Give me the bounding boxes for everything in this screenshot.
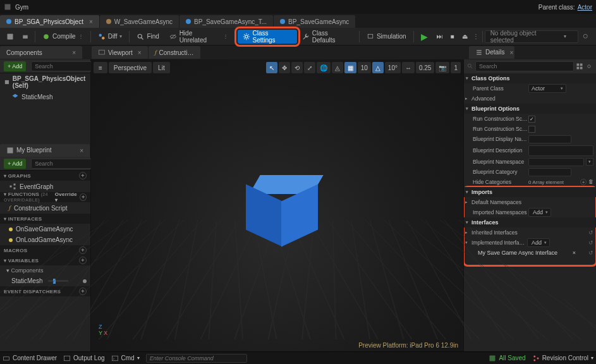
content-drawer-button[interactable]: Content Drawer xyxy=(3,355,57,362)
components-header: +Add xyxy=(0,59,90,73)
revision-control-button[interactable]: Revision Control ▾ xyxy=(532,355,593,362)
add-blueprint-button[interactable]: +Add xyxy=(4,159,26,169)
gear-icon[interactable] xyxy=(585,63,593,70)
override-dropdown[interactable]: Override ▾ xyxy=(55,191,78,203)
viewport[interactable]: ≡ Perspective Lit ↖ ✥ ⟲ ⤢ 🌐 ◬ ▦ 10 △ 10°… xyxy=(91,59,463,351)
component-self[interactable]: BP_SGA_PhysicsObject (Self) xyxy=(0,73,90,91)
description-input[interactable] xyxy=(528,145,593,156)
find-label: Find xyxy=(147,33,159,40)
camera-speed-value[interactable]: 1 xyxy=(451,62,461,73)
run-in-checkbox[interactable] xyxy=(528,126,535,133)
find-button[interactable]: Find xyxy=(131,30,164,44)
trash-icon[interactable]: 🗑 xyxy=(588,179,593,185)
construction-tab[interactable]: 𝑓 Constructi… xyxy=(149,46,200,59)
namespace-input[interactable] xyxy=(528,158,584,166)
surface-snap-toggle[interactable]: ◬ xyxy=(332,62,343,73)
namespace-dropdown[interactable]: ▾ xyxy=(586,158,593,166)
reset-icon[interactable]: ↺ xyxy=(588,240,593,246)
eject-button[interactable]: ⏏ xyxy=(458,30,471,44)
add-interface-button[interactable]: Add▾ xyxy=(527,238,550,247)
section-functions[interactable]: ▾ FUNCTIONS (24 OVERRIDABLE) Override ▾ … xyxy=(0,192,90,202)
category-input[interactable] xyxy=(528,168,571,176)
run-on-checkbox[interactable] xyxy=(528,116,535,123)
cat-interfaces[interactable]: Interfaces xyxy=(464,217,596,228)
prop-default-namespaces[interactable]: ▸ Default Namespaces xyxy=(464,197,596,207)
debug-object-label: No debug object selected xyxy=(490,30,560,44)
section-graphs[interactable]: ▾ GRAPHS + xyxy=(0,171,90,181)
angle-snap-value[interactable]: 10° xyxy=(385,62,401,73)
scale-snap-toggle[interactable]: ↔ xyxy=(402,62,415,73)
add-category-button[interactable]: + xyxy=(580,179,587,185)
tab-physics-object[interactable]: BP_SGA_PhysicsObject × xyxy=(0,15,99,28)
parent-class-link[interactable]: Actor xyxy=(578,4,592,11)
component-staticmesh[interactable]: StaticMesh xyxy=(0,91,90,102)
static-mesh-cube[interactable] xyxy=(246,174,309,237)
select-tool[interactable]: ↖ xyxy=(266,62,277,73)
myblueprint-tab[interactable]: My Blueprint × xyxy=(0,144,90,157)
viewport-viewmode[interactable]: Lit xyxy=(153,62,170,73)
details-tab[interactable]: Details × xyxy=(469,46,514,59)
class-defaults-button[interactable]: Class Defaults xyxy=(297,30,357,44)
parent-class-combo[interactable]: Actor▾ xyxy=(528,84,566,93)
cat-imports[interactable]: Imports xyxy=(464,187,596,197)
angle-snap-toggle[interactable]: △ xyxy=(372,62,384,73)
cmd-type-button[interactable]: Cmd ▾ xyxy=(111,355,140,362)
simulation-button[interactable]: Simulation xyxy=(362,30,411,44)
item-construction-script[interactable]: 𝑓 Construction Script xyxy=(0,202,90,214)
add-function-button[interactable]: + xyxy=(80,193,87,201)
skip-button[interactable]: ⏭ xyxy=(433,30,447,44)
hide-unrelated-button[interactable]: Hide Unrelated ⋮ xyxy=(164,30,233,44)
tab-save-async[interactable]: BP_SaveGameAsync xyxy=(274,15,355,28)
translate-tool[interactable]: ✥ xyxy=(279,62,290,73)
scale-snap-value[interactable]: 0.25 xyxy=(416,62,434,73)
compile-button[interactable]: Compile ⋮ xyxy=(37,30,88,44)
add-component-button[interactable]: +Add xyxy=(4,61,26,71)
diff-button[interactable]: Diff ▾ xyxy=(93,30,128,44)
grid-snap-value[interactable]: 10 xyxy=(358,62,371,73)
svg-marker-19 xyxy=(13,94,18,98)
scale-tool[interactable]: ⤢ xyxy=(304,62,315,73)
viewport-projection[interactable]: Perspective xyxy=(109,62,152,73)
close-icon[interactable]: × xyxy=(138,49,142,56)
hide-unrelated-label: Hide Unrelated xyxy=(179,30,221,44)
camera-speed-toggle[interactable]: 📷 xyxy=(435,62,449,73)
grid-icon[interactable] xyxy=(576,63,583,70)
add-graph-button[interactable]: + xyxy=(79,172,87,179)
close-icon[interactable]: × xyxy=(89,18,93,25)
viewport-tab[interactable]: Viewport × xyxy=(92,46,148,59)
prop-advanced[interactable]: ▸ Advanced xyxy=(464,94,596,104)
browse-button[interactable] xyxy=(18,30,33,44)
display-name-input[interactable] xyxy=(528,135,571,143)
item-eventgraph[interactable]: EventGraph xyxy=(0,181,90,192)
close-icon[interactable]: × xyxy=(72,49,76,56)
close-icon[interactable]: × xyxy=(80,147,83,154)
rotate-tool[interactable]: ⟲ xyxy=(291,62,303,73)
components-tab[interactable]: Components × xyxy=(0,46,82,59)
save-button[interactable] xyxy=(3,30,18,44)
all-saved-status[interactable]: All Saved xyxy=(489,355,525,362)
stop-button[interactable]: ■ xyxy=(447,30,458,44)
diff-label: Diff xyxy=(108,33,118,40)
tab-save-async-t[interactable]: BP_SaveGameAsync_T... xyxy=(179,15,273,28)
coord-space-toggle[interactable]: 🌐 xyxy=(317,62,331,73)
close-icon[interactable]: × xyxy=(510,49,514,56)
debug-object-selector[interactable]: No debug object selected ▾ xyxy=(485,30,578,43)
add-namespace-button[interactable]: Add▾ xyxy=(528,208,551,217)
play-button[interactable]: ▶ xyxy=(416,30,433,44)
reset-icon[interactable]: ↺ xyxy=(588,229,593,236)
compile-label: Compile xyxy=(52,33,76,40)
remove-interface-button[interactable]: × xyxy=(573,250,576,256)
section-interfaces[interactable]: ▾ INTERFACES xyxy=(0,214,90,224)
compile-icon xyxy=(42,33,50,40)
class-settings-button[interactable]: Class Settings xyxy=(238,30,297,44)
cat-class-options[interactable]: Class Options xyxy=(464,73,596,83)
tab-save-widget[interactable]: W_SaveGameAsync xyxy=(100,15,179,28)
cat-blueprint-options[interactable]: Blueprint Options xyxy=(464,104,596,114)
grid-snap-toggle[interactable]: ▦ xyxy=(344,62,356,73)
viewport-menu-button[interactable]: ≡ xyxy=(94,62,107,73)
console-input[interactable] xyxy=(146,354,247,363)
details-search[interactable] xyxy=(475,61,574,71)
reset-icon[interactable]: ↺ xyxy=(588,250,593,256)
output-log-button[interactable]: Output Log xyxy=(63,355,104,362)
debug-find-button[interactable] xyxy=(578,30,593,44)
